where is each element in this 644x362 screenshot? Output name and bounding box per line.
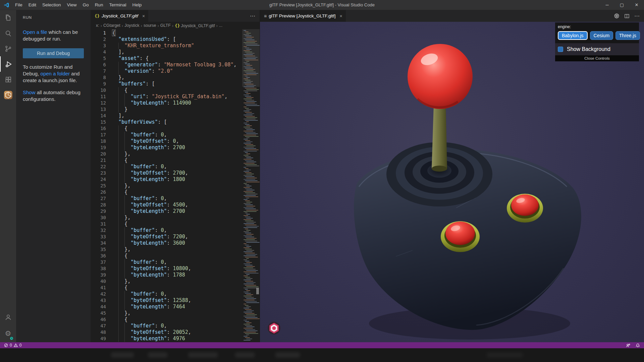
split-editor-icon[interactable] <box>624 13 630 19</box>
bell-icon[interactable] <box>636 343 640 348</box>
code-line[interactable]: "extensionsUsed": [ <box>112 36 242 43</box>
code-line[interactable]: ], <box>112 113 242 119</box>
code-line[interactable]: { <box>112 30 242 36</box>
close-controls-button[interactable]: Close Controls <box>555 55 639 61</box>
code-line[interactable]: "byteLength": 7464 <box>112 304 242 310</box>
more-actions-icon[interactable]: ⋯ <box>634 13 640 19</box>
accounts-icon[interactable] <box>0 309 16 325</box>
code-line[interactable]: }, <box>112 183 242 189</box>
code-line[interactable]: "buffer": 0, <box>112 323 242 329</box>
menu-run[interactable]: Run <box>92 0 106 10</box>
code-line[interactable]: "byteLength": 1788 <box>112 272 242 278</box>
show-background-checkbox[interactable] <box>558 47 563 52</box>
breadcrumb-item[interactable]: x: <box>95 23 100 28</box>
minimap[interactable] <box>242 29 260 342</box>
code-line[interactable]: { <box>112 87 242 94</box>
code-line[interactable]: { <box>112 285 242 291</box>
code-line[interactable]: "byteLength": 2700 <box>112 208 242 215</box>
feedback-icon[interactable] <box>626 343 630 348</box>
code-line[interactable]: "bufferViews": [ <box>112 119 242 125</box>
link[interactable]: open a folder <box>41 71 70 76</box>
extensions-icon[interactable] <box>0 72 16 87</box>
code-line[interactable]: "buffer": 0, <box>112 195 242 202</box>
code-line[interactable]: "byteOffset": 10800, <box>112 265 242 272</box>
search-icon[interactable] <box>0 25 16 41</box>
menu-go[interactable]: Go <box>80 0 92 10</box>
breadcrumb-item[interactable]: Joystick <box>124 23 140 28</box>
breadcrumb-item[interactable]: sourse <box>143 23 157 28</box>
code-line[interactable]: }, <box>112 310 242 316</box>
code-content[interactable]: {"extensionsUsed": ["KHR_texture_transfo… <box>111 29 242 342</box>
code-line[interactable]: "buffer": 0, <box>112 132 242 138</box>
tab-gltf-preview[interactable]: ≡ glTF Preview [Joystick_GLTF.gltf] × <box>260 10 346 22</box>
close-button[interactable]: ✕ <box>629 0 644 10</box>
engine-button-babylon-js[interactable]: Babylon.js <box>558 31 588 40</box>
code-line[interactable]: { <box>112 125 242 132</box>
tab-joystick-gltf[interactable]: {} Joystick_GLTF.gltf × <box>91 10 149 22</box>
link[interactable]: Open a file <box>23 29 47 35</box>
code-line[interactable]: "KHR_texture_transform" <box>112 43 242 49</box>
code-line[interactable]: "buffers": [ <box>112 81 242 87</box>
code-line[interactable]: }, <box>112 74 242 81</box>
gltf-extension-icon[interactable] <box>0 87 16 103</box>
breadcrumb-item[interactable]: {}Joystick_GLTF.gltf <box>174 23 215 28</box>
minimize-button[interactable]: ─ <box>600 0 614 10</box>
code-line[interactable]: }, <box>112 246 242 253</box>
code-line[interactable]: { <box>112 157 242 164</box>
code-line[interactable]: "asset": { <box>112 55 242 62</box>
code-line[interactable]: "byteOffset": 4500, <box>112 202 242 208</box>
gltf-preview-viewport[interactable]: engine: Babylon.jsCesiumThree.js Show Ba… <box>260 22 644 342</box>
link[interactable]: Show <box>23 89 36 95</box>
code-line[interactable]: "byteLength": 1800 <box>112 176 242 183</box>
code-line[interactable]: "byteLength": 3600 <box>112 240 242 246</box>
explorer-icon[interactable] <box>0 10 16 25</box>
code-line[interactable]: { <box>112 316 242 323</box>
menu-edit[interactable]: Edit <box>25 0 39 10</box>
maximize-button[interactable]: ▢ <box>614 0 629 10</box>
code-line[interactable]: "byteOffset": 7200, <box>112 234 242 240</box>
tab-close-icon[interactable]: × <box>339 13 342 19</box>
breadcrumb-item[interactable]: CGtarget <box>103 23 121 28</box>
more-actions-icon[interactable]: ⋯ <box>250 13 256 19</box>
run-and-debug-button[interactable]: Run and Debug <box>23 48 84 58</box>
breadcrumb-item[interactable]: ... <box>218 23 223 28</box>
source-control-icon[interactable] <box>0 41 16 56</box>
code-line[interactable]: "uri": "Joystick_GLTF_data.bin", <box>112 94 242 100</box>
code-line[interactable]: { <box>112 253 242 259</box>
code-line[interactable]: } <box>112 106 242 113</box>
code-line[interactable]: "buffer": 0, <box>112 164 242 170</box>
engine-button-cesium[interactable]: Cesium <box>590 31 613 40</box>
tab-close-icon[interactable]: × <box>142 13 145 19</box>
code-line[interactable]: }, <box>112 278 242 285</box>
breadcrumb-item[interactable]: GLTF <box>160 23 171 28</box>
problems-status[interactable]: 0 0 <box>4 343 21 348</box>
menu-view[interactable]: View <box>64 0 80 10</box>
code-editor[interactable]: 1234567891011121314151617181920212223242… <box>91 29 260 342</box>
code-line[interactable]: "byteLength": 4976 <box>112 336 242 342</box>
menu-terminal[interactable]: Terminal <box>106 0 129 10</box>
settings-icon[interactable]: ⚙ <box>0 325 16 342</box>
menu-file[interactable]: File <box>12 0 25 10</box>
code-line[interactable]: "version": "2.0" <box>112 68 242 74</box>
run-debug-icon[interactable] <box>0 56 16 72</box>
code-line[interactable]: { <box>112 189 242 195</box>
code-line[interactable]: ], <box>112 49 242 55</box>
code-line[interactable]: "buffer": 0, <box>112 259 242 265</box>
code-line[interactable]: "generator": "Marmoset Toolbag 3.08", <box>112 62 242 68</box>
code-line[interactable]: }, <box>112 151 242 157</box>
code-line[interactable]: "byteOffset": 20052, <box>112 329 242 336</box>
code-line[interactable]: "buffer": 0, <box>112 291 242 297</box>
code-line[interactable]: }, <box>112 215 242 221</box>
code-line[interactable]: "byteOffset": 2700, <box>112 170 242 176</box>
code-line[interactable]: "byteLength": 114900 <box>112 100 242 106</box>
engine-button-three-js[interactable]: Three.js <box>615 31 640 40</box>
gltf-wheel-icon[interactable] <box>614 13 620 19</box>
code-line[interactable]: "buffer": 0, <box>112 227 242 234</box>
code-line[interactable]: { <box>112 221 242 227</box>
show-background-row[interactable]: Show Background <box>555 43 639 55</box>
menu-help[interactable]: Help <box>129 0 145 10</box>
code-line[interactable]: "byteOffset": 0, <box>112 138 242 144</box>
code-line[interactable]: "byteLength": 2700 <box>112 144 242 151</box>
menu-selection[interactable]: Selection <box>39 0 64 10</box>
code-line[interactable]: "byteOffset": 12588, <box>112 297 242 304</box>
